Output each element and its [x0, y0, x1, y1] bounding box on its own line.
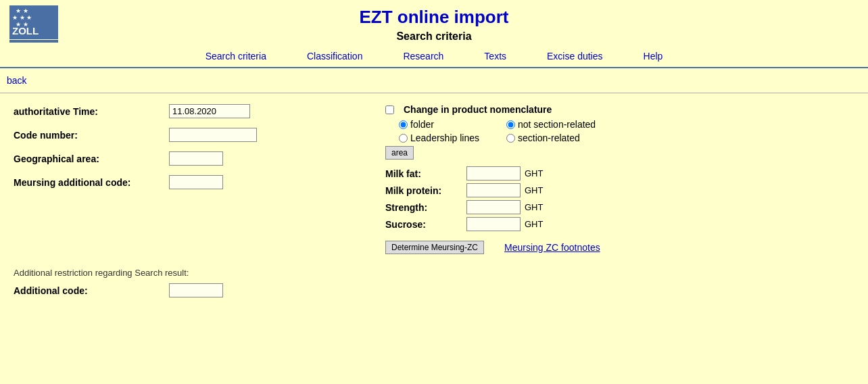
milk-fat-row: Milk fat: GHT [385, 166, 854, 181]
geographical-area-input[interactable] [169, 151, 223, 166]
section-label: section-related [518, 133, 580, 143]
not-section-label: not section-related [518, 119, 596, 130]
content-area: authoritative Time: Code number: Geograp… [0, 93, 868, 318]
section-radio[interactable] [506, 134, 515, 143]
milk-protein-input[interactable] [466, 183, 521, 197]
meursing-row: Meursing additional code: [14, 175, 379, 189]
nav-research[interactable]: Research [403, 51, 443, 62]
nomenclature-options: folder Leadership lines not section-rela… [399, 119, 854, 143]
meursing-footnotes-link[interactable]: Meursing ZC footnotes [504, 242, 600, 253]
milk-protein-label: Milk protein: [385, 185, 466, 196]
sucrose-unit: GHT [525, 219, 543, 229]
strength-unit: GHT [525, 202, 543, 212]
geographical-area-label: Geographical area: [14, 153, 169, 164]
authoritative-time-row: authoritative Time: [14, 104, 379, 118]
determine-meursing-button[interactable]: Determine Meursing-ZC [385, 241, 484, 254]
zoll-text: ZOLL [12, 25, 39, 37]
meursing-input[interactable] [169, 175, 223, 189]
nav-classification[interactable]: Classification [307, 51, 362, 62]
code-number-label: Code number: [14, 130, 169, 141]
section-radio-label[interactable]: section-related [506, 133, 596, 143]
milk-protein-row: Milk protein: GHT [385, 183, 854, 197]
app-title: EZT online import [0, 7, 868, 28]
additional-restriction-label: Additional restriction regarding Search … [14, 268, 189, 278]
sucrose-input[interactable] [466, 217, 521, 231]
nomenclature-label: Change in product nomenclature [404, 104, 552, 115]
folder-radio[interactable] [399, 120, 408, 129]
sucrose-label: Sucrose: [385, 219, 466, 230]
leadership-label: Leadership lines [410, 133, 479, 143]
nav-texts[interactable]: Texts [484, 51, 506, 62]
meursing-label: Meursing additional code: [14, 177, 169, 188]
milk-table: Milk fat: GHT Milk protein: GHT Strength… [385, 166, 854, 231]
milk-fat-unit: GHT [525, 168, 543, 178]
milk-protein-unit: GHT [525, 185, 543, 195]
nomenclature-header-row: Change in product nomenclature [385, 104, 854, 115]
strength-label: Strength: [385, 202, 466, 213]
left-radio-group: folder Leadership lines [399, 119, 479, 143]
sucrose-row: Sucrose: GHT [385, 217, 854, 231]
nav-excise-duties[interactable]: Excise duties [547, 51, 602, 62]
additional-code-input[interactable] [169, 283, 223, 297]
area-button[interactable]: area [385, 146, 414, 160]
not-section-radio-label[interactable]: not section-related [506, 119, 596, 130]
folder-radio-label[interactable]: folder [399, 119, 479, 130]
area-button-row: area [385, 146, 854, 160]
nav-search-criteria[interactable]: Search criteria [206, 51, 266, 62]
leadership-radio[interactable] [399, 134, 408, 143]
milk-fat-input[interactable] [466, 166, 521, 181]
folder-label: folder [410, 119, 434, 130]
additional-code-label: Additional code: [14, 285, 169, 296]
authoritative-time-input[interactable] [169, 104, 250, 118]
geographical-area-row: Geographical area: [14, 151, 379, 166]
logo: ★ ★★ ★ ★★ ★ ZOLL [7, 5, 61, 43]
nomenclature-checkbox[interactable] [385, 105, 394, 114]
milk-fat-label: Milk fat: [385, 168, 466, 179]
strength-row: Strength: GHT [385, 200, 854, 214]
nav-help[interactable]: Help [644, 51, 663, 62]
additional-restriction: Additional restriction regarding Search … [14, 268, 854, 278]
back-link[interactable]: back [1, 71, 32, 90]
not-section-radio[interactable] [506, 120, 515, 129]
main-nav: Search criteria Classification Research … [0, 45, 868, 68]
right-radio-group: not section-related section-related [506, 119, 596, 143]
determine-meursing-row: Determine Meursing-ZC Meursing ZC footno… [385, 241, 854, 254]
nomenclature-section: Change in product nomenclature folder Le… [385, 104, 854, 143]
code-number-input[interactable] [169, 128, 257, 142]
strength-input[interactable] [466, 200, 521, 214]
code-number-row: Code number: [14, 128, 379, 142]
page-subtitle: Search criteria [0, 30, 868, 43]
additional-code-row: Additional code: [14, 283, 854, 297]
leadership-radio-label[interactable]: Leadership lines [399, 133, 479, 143]
authoritative-time-label: authoritative Time: [14, 106, 169, 117]
